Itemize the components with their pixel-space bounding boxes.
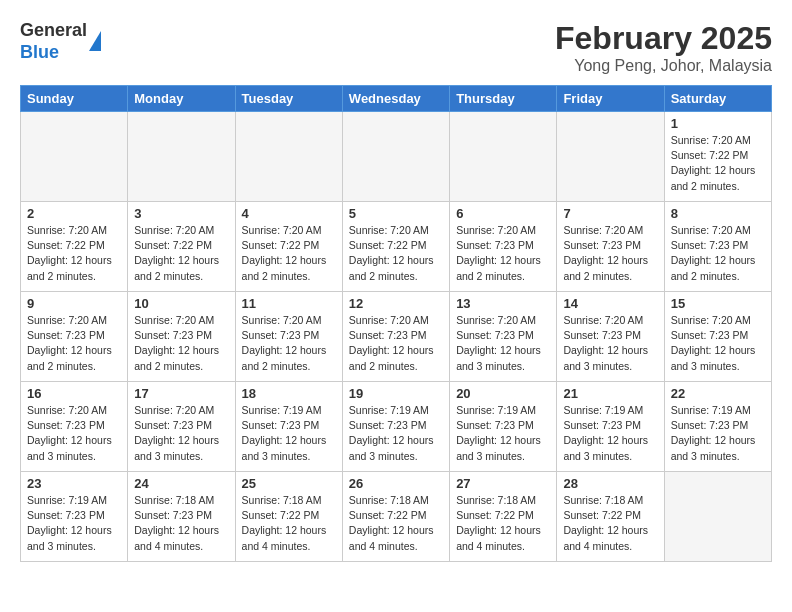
day-number: 11 — [242, 296, 336, 311]
day-info: Sunrise: 7:18 AM Sunset: 7:22 PM Dayligh… — [563, 493, 657, 554]
day-info: Sunrise: 7:20 AM Sunset: 7:22 PM Dayligh… — [134, 223, 228, 284]
day-info: Sunrise: 7:18 AM Sunset: 7:22 PM Dayligh… — [242, 493, 336, 554]
day-info: Sunrise: 7:20 AM Sunset: 7:23 PM Dayligh… — [27, 313, 121, 374]
day-number: 3 — [134, 206, 228, 221]
calendar-cell: 15Sunrise: 7:20 AM Sunset: 7:23 PM Dayli… — [664, 292, 771, 382]
calendar-cell: 1Sunrise: 7:20 AM Sunset: 7:22 PM Daylig… — [664, 112, 771, 202]
week-row-4: 23Sunrise: 7:19 AM Sunset: 7:23 PM Dayli… — [21, 472, 772, 562]
day-number: 9 — [27, 296, 121, 311]
day-info: Sunrise: 7:18 AM Sunset: 7:22 PM Dayligh… — [349, 493, 443, 554]
day-info: Sunrise: 7:20 AM Sunset: 7:23 PM Dayligh… — [563, 313, 657, 374]
logo: General Blue — [20, 20, 101, 63]
calendar-cell — [450, 112, 557, 202]
calendar-cell — [557, 112, 664, 202]
day-number: 28 — [563, 476, 657, 491]
day-number: 16 — [27, 386, 121, 401]
calendar-cell: 26Sunrise: 7:18 AM Sunset: 7:22 PM Dayli… — [342, 472, 449, 562]
day-number: 14 — [563, 296, 657, 311]
calendar-cell — [664, 472, 771, 562]
weekday-header-monday: Monday — [128, 86, 235, 112]
calendar-cell: 19Sunrise: 7:19 AM Sunset: 7:23 PM Dayli… — [342, 382, 449, 472]
calendar-cell: 13Sunrise: 7:20 AM Sunset: 7:23 PM Dayli… — [450, 292, 557, 382]
day-number: 15 — [671, 296, 765, 311]
day-number: 19 — [349, 386, 443, 401]
day-number: 10 — [134, 296, 228, 311]
calendar-cell: 24Sunrise: 7:18 AM Sunset: 7:23 PM Dayli… — [128, 472, 235, 562]
day-number: 24 — [134, 476, 228, 491]
week-row-2: 9Sunrise: 7:20 AM Sunset: 7:23 PM Daylig… — [21, 292, 772, 382]
day-number: 2 — [27, 206, 121, 221]
calendar-cell: 9Sunrise: 7:20 AM Sunset: 7:23 PM Daylig… — [21, 292, 128, 382]
week-row-1: 2Sunrise: 7:20 AM Sunset: 7:22 PM Daylig… — [21, 202, 772, 292]
weekday-header-friday: Friday — [557, 86, 664, 112]
day-number: 27 — [456, 476, 550, 491]
day-info: Sunrise: 7:20 AM Sunset: 7:23 PM Dayligh… — [671, 223, 765, 284]
day-info: Sunrise: 7:18 AM Sunset: 7:22 PM Dayligh… — [456, 493, 550, 554]
calendar-header: SundayMondayTuesdayWednesdayThursdayFrid… — [21, 86, 772, 112]
calendar-cell — [235, 112, 342, 202]
weekday-header-wednesday: Wednesday — [342, 86, 449, 112]
calendar-table: SundayMondayTuesdayWednesdayThursdayFrid… — [20, 85, 772, 562]
day-number: 6 — [456, 206, 550, 221]
day-number: 20 — [456, 386, 550, 401]
calendar-cell — [21, 112, 128, 202]
day-info: Sunrise: 7:19 AM Sunset: 7:23 PM Dayligh… — [563, 403, 657, 464]
week-row-0: 1Sunrise: 7:20 AM Sunset: 7:22 PM Daylig… — [21, 112, 772, 202]
day-info: Sunrise: 7:19 AM Sunset: 7:23 PM Dayligh… — [349, 403, 443, 464]
day-info: Sunrise: 7:20 AM Sunset: 7:23 PM Dayligh… — [134, 403, 228, 464]
page-header: General Blue February 2025 Yong Peng, Jo… — [20, 20, 772, 75]
day-number: 18 — [242, 386, 336, 401]
day-number: 22 — [671, 386, 765, 401]
day-info: Sunrise: 7:19 AM Sunset: 7:23 PM Dayligh… — [27, 493, 121, 554]
title-block: February 2025 Yong Peng, Johor, Malaysia — [555, 20, 772, 75]
calendar-cell: 25Sunrise: 7:18 AM Sunset: 7:22 PM Dayli… — [235, 472, 342, 562]
calendar-cell: 28Sunrise: 7:18 AM Sunset: 7:22 PM Dayli… — [557, 472, 664, 562]
calendar-cell: 18Sunrise: 7:19 AM Sunset: 7:23 PM Dayli… — [235, 382, 342, 472]
location-title: Yong Peng, Johor, Malaysia — [555, 57, 772, 75]
calendar-cell: 16Sunrise: 7:20 AM Sunset: 7:23 PM Dayli… — [21, 382, 128, 472]
day-info: Sunrise: 7:19 AM Sunset: 7:23 PM Dayligh… — [456, 403, 550, 464]
calendar-cell: 22Sunrise: 7:19 AM Sunset: 7:23 PM Dayli… — [664, 382, 771, 472]
day-number: 23 — [27, 476, 121, 491]
calendar-cell: 14Sunrise: 7:20 AM Sunset: 7:23 PM Dayli… — [557, 292, 664, 382]
calendar-cell: 10Sunrise: 7:20 AM Sunset: 7:23 PM Dayli… — [128, 292, 235, 382]
day-number: 7 — [563, 206, 657, 221]
logo-triangle-icon — [89, 31, 101, 51]
weekday-header-sunday: Sunday — [21, 86, 128, 112]
day-info: Sunrise: 7:20 AM Sunset: 7:23 PM Dayligh… — [349, 313, 443, 374]
day-info: Sunrise: 7:20 AM Sunset: 7:23 PM Dayligh… — [27, 403, 121, 464]
weekday-header-tuesday: Tuesday — [235, 86, 342, 112]
day-info: Sunrise: 7:20 AM Sunset: 7:23 PM Dayligh… — [563, 223, 657, 284]
day-number: 26 — [349, 476, 443, 491]
day-number: 21 — [563, 386, 657, 401]
day-number: 13 — [456, 296, 550, 311]
day-info: Sunrise: 7:20 AM Sunset: 7:22 PM Dayligh… — [242, 223, 336, 284]
calendar-cell: 20Sunrise: 7:19 AM Sunset: 7:23 PM Dayli… — [450, 382, 557, 472]
day-number: 4 — [242, 206, 336, 221]
day-info: Sunrise: 7:20 AM Sunset: 7:23 PM Dayligh… — [456, 313, 550, 374]
week-row-3: 16Sunrise: 7:20 AM Sunset: 7:23 PM Dayli… — [21, 382, 772, 472]
calendar-cell: 7Sunrise: 7:20 AM Sunset: 7:23 PM Daylig… — [557, 202, 664, 292]
day-info: Sunrise: 7:19 AM Sunset: 7:23 PM Dayligh… — [242, 403, 336, 464]
weekday-header-row: SundayMondayTuesdayWednesdayThursdayFrid… — [21, 86, 772, 112]
day-number: 8 — [671, 206, 765, 221]
calendar-cell — [342, 112, 449, 202]
day-number: 25 — [242, 476, 336, 491]
day-info: Sunrise: 7:20 AM Sunset: 7:23 PM Dayligh… — [134, 313, 228, 374]
calendar-cell: 23Sunrise: 7:19 AM Sunset: 7:23 PM Dayli… — [21, 472, 128, 562]
day-info: Sunrise: 7:20 AM Sunset: 7:23 PM Dayligh… — [671, 313, 765, 374]
calendar-cell: 27Sunrise: 7:18 AM Sunset: 7:22 PM Dayli… — [450, 472, 557, 562]
day-number: 5 — [349, 206, 443, 221]
calendar-cell: 4Sunrise: 7:20 AM Sunset: 7:22 PM Daylig… — [235, 202, 342, 292]
day-info: Sunrise: 7:18 AM Sunset: 7:23 PM Dayligh… — [134, 493, 228, 554]
weekday-header-saturday: Saturday — [664, 86, 771, 112]
month-title: February 2025 — [555, 20, 772, 57]
logo-text: General Blue — [20, 20, 87, 63]
calendar-cell: 12Sunrise: 7:20 AM Sunset: 7:23 PM Dayli… — [342, 292, 449, 382]
calendar-cell: 11Sunrise: 7:20 AM Sunset: 7:23 PM Dayli… — [235, 292, 342, 382]
calendar-cell: 21Sunrise: 7:19 AM Sunset: 7:23 PM Dayli… — [557, 382, 664, 472]
day-number: 12 — [349, 296, 443, 311]
day-info: Sunrise: 7:20 AM Sunset: 7:22 PM Dayligh… — [349, 223, 443, 284]
day-info: Sunrise: 7:19 AM Sunset: 7:23 PM Dayligh… — [671, 403, 765, 464]
calendar-cell: 3Sunrise: 7:20 AM Sunset: 7:22 PM Daylig… — [128, 202, 235, 292]
